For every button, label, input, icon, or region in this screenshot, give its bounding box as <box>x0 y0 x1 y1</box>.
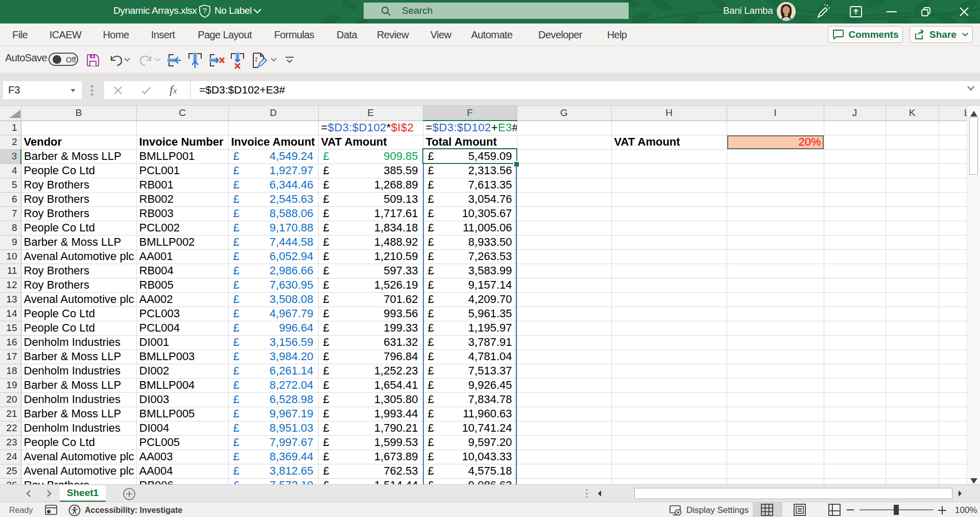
svg-text:?: ? <box>203 7 207 15</box>
